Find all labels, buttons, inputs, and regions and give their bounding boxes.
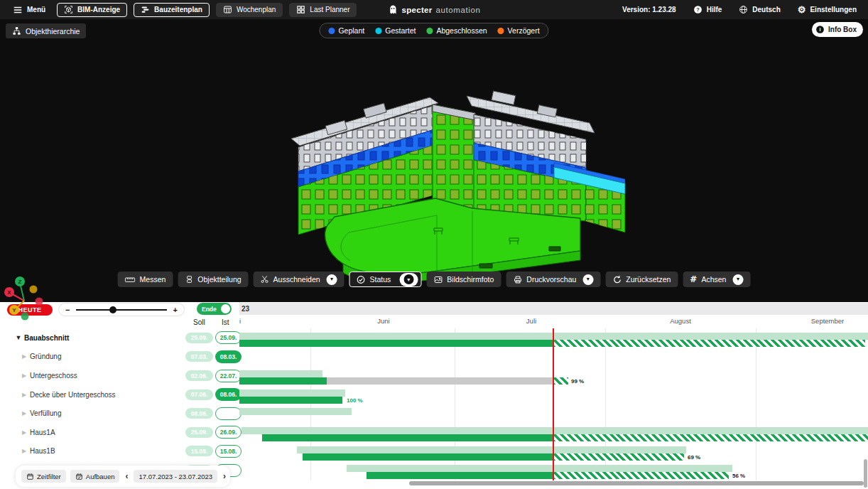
gantt-bar-planned[interactable] (242, 427, 868, 434)
gantt-bar-projected[interactable] (553, 340, 865, 347)
gantt-row-label-bauabschnitt[interactable]: ▼Bauabschnitt (0, 328, 183, 348)
axis-z-neg[interactable] (21, 313, 29, 321)
svg-text:Z: Z (18, 279, 22, 285)
tool-label: Objektteilung (197, 275, 241, 284)
soll-date-pill[interactable]: 07.03. (185, 351, 213, 362)
scissors-icon (261, 275, 269, 284)
axis-y-neg[interactable] (30, 286, 38, 294)
date-range-button[interactable]: 17.07.2023 - 23.07.2023 (134, 470, 217, 483)
ist-date-pill[interactable]: 08.06. (215, 388, 242, 401)
collapse-arrow-icon[interactable]: ▼ (14, 334, 23, 341)
build-up-button[interactable]: Aufbauen (70, 470, 120, 483)
ist-date-pill[interactable]: 25.09. (215, 331, 242, 344)
expand-arrow-icon[interactable]: ▶ (20, 410, 28, 417)
help-icon: ? (693, 5, 702, 14)
soll-date-pill[interactable]: 07.06. (185, 389, 213, 400)
row-name-text: Bauabschnitt (24, 334, 69, 342)
tool-ausschneiden-button[interactable]: Ausschneiden▾ (254, 272, 345, 287)
gantt-bar-planned[interactable] (239, 370, 322, 377)
hamburger-icon (13, 5, 23, 15)
gantt-row-label-untergeschoss[interactable]: ▶Untergeschoss (0, 366, 183, 385)
topbar-view-wochenplan[interactable]: Wochenplan (216, 3, 283, 17)
axis-x-neg[interactable] (36, 298, 43, 306)
gantt-bar-projected[interactable] (553, 472, 729, 479)
gantt-bar-actual[interactable] (239, 377, 327, 385)
gantt-bar-actual[interactable] (262, 434, 553, 441)
ist-date-pill[interactable]: 15.08. (215, 445, 242, 458)
expand-arrow-icon[interactable]: ▶ (20, 372, 28, 379)
chevron-down-icon[interactable]: ▾ (732, 274, 743, 285)
timeline-month-label: Juni (377, 317, 389, 325)
ist-date-pill[interactable]: 22.07. (215, 370, 242, 382)
gantt-bar-actual[interactable] (367, 472, 553, 479)
timeline-month-label: August (670, 317, 691, 325)
date-range-label: 17.07.2023 - 23.07.2023 (139, 473, 212, 480)
axis-z[interactable]: Z (15, 276, 25, 286)
gantt-bar-projected[interactable] (553, 434, 868, 441)
hierarchy-icon (12, 26, 21, 36)
soll-date-pill[interactable]: 08.06. (185, 408, 213, 419)
prev-week-button[interactable]: ‹ (124, 471, 129, 481)
gantt-bar-actual[interactable] (239, 397, 342, 404)
gantt-row-label-haus1a[interactable]: ▶Haus1A (0, 423, 183, 442)
expand-arrow-icon[interactable]: ▶ (20, 429, 28, 436)
tool-achsen-button[interactable]: #Achsen▾ (683, 272, 750, 287)
gantt-bar-actual[interactable] (239, 340, 553, 347)
next-week-button[interactable]: › (222, 471, 227, 481)
tool-messen-button[interactable]: Messen (118, 272, 173, 287)
axis-y[interactable]: Y (9, 305, 19, 315)
soll-date-pill[interactable]: 25.09. (185, 427, 213, 438)
gantt-row-label-verfüllung[interactable]: ▶Verfüllung (0, 404, 183, 423)
tool-druckvorschau-button[interactable]: Druckvorschau▾ (506, 272, 600, 287)
chevron-down-icon[interactable]: ▾ (327, 274, 337, 285)
orientation-gizmo[interactable]: Z X Y (3, 272, 48, 321)
gantt-bar-inactive[interactable] (327, 377, 553, 385)
soll-date-pill[interactable]: 15.08. (185, 446, 213, 456)
gantt-bar-planned[interactable] (347, 465, 732, 472)
top-bar-right: Version: 1.23.28 ? Hilfe Deutsch ⚙ Einst… (622, 5, 868, 14)
expand-arrow-icon[interactable]: ▶ (20, 392, 28, 398)
language-button[interactable]: Deutsch (739, 5, 780, 14)
timeline-month-label: September (811, 317, 844, 325)
gantt-bar-projected[interactable] (553, 453, 684, 461)
topbar-view-bauzeitenplan[interactable]: Bauzeitenplan (134, 3, 210, 17)
tool-bildschirmfoto-button[interactable]: Bildschirmfoto (426, 272, 501, 287)
ist-date-pill[interactable]: 26.09. (215, 426, 242, 439)
ist-date-pill[interactable]: 08.03. (215, 350, 242, 363)
gantt-bar-projected[interactable] (553, 377, 568, 385)
soll-date-pill[interactable]: 02.06. (185, 370, 213, 381)
menu-button[interactable]: Menü (9, 4, 50, 16)
gantt-row-label-gründung[interactable]: ▶Gründung (0, 348, 183, 367)
ist-date-pill[interactable] (215, 407, 242, 420)
topbar-view-last-planner[interactable]: Last Planner (289, 3, 357, 17)
legend-item-geplant: Geplant (328, 26, 364, 35)
gantt-row-label-decke-über-untergeschoss[interactable]: ▶Decke über Untergeschoss (0, 385, 183, 404)
status-legend: GeplantGestartetAbgeschlossenVerzögert (319, 23, 548, 38)
soll-date-pill[interactable]: 25.09. (185, 333, 213, 343)
tool-zurücksetzen-button[interactable]: Zurücksetzen (605, 272, 678, 287)
tool-objektteilung-button[interactable]: Objektteilung (178, 272, 248, 287)
bim-3d-viewport[interactable]: Z X Y (0, 19, 868, 302)
vertical-scrollbar[interactable] (864, 459, 867, 488)
gantt-row-label-haus1b[interactable]: ▶Haus1B (0, 442, 183, 461)
progress-percent-label: 100 % (347, 397, 363, 404)
topbar-view-bim-anzeige[interactable]: BIM-Anzeige (57, 3, 127, 17)
time-filter-button[interactable]: Zeitfilter (21, 470, 66, 483)
expand-arrow-icon[interactable]: ▶ (20, 353, 28, 360)
gantt-bar-planned[interactable] (239, 389, 345, 397)
object-hierarchy-button[interactable]: Objekthierarchie (6, 23, 86, 38)
chevron-down-icon[interactable]: ▾ (399, 273, 418, 286)
horizontal-scrollbar[interactable] (409, 481, 864, 485)
axis-x[interactable]: X (4, 287, 14, 297)
gantt-bar-actual[interactable] (303, 453, 553, 461)
measure-icon (125, 276, 136, 284)
info-box-button[interactable]: i Info Box (812, 22, 863, 37)
tool-status-button[interactable]: Status▾ (349, 272, 422, 287)
chevron-down-icon[interactable]: ▾ (582, 274, 593, 285)
gantt-bar-planned[interactable] (297, 446, 686, 453)
help-button[interactable]: ? Hilfe (693, 5, 722, 14)
expand-arrow-icon[interactable]: ▶ (20, 448, 28, 454)
legend-label: Abgeschlossen (436, 26, 487, 35)
gantt-bar-planned[interactable] (239, 408, 352, 415)
settings-button[interactable]: ⚙ Einstellungen (798, 6, 857, 14)
